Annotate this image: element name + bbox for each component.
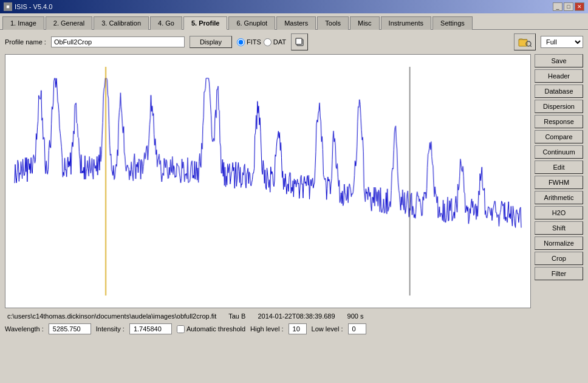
auto-threshold-checkbox[interactable] — [177, 325, 185, 333]
dat-radio[interactable] — [264, 38, 272, 46]
tab-general[interactable]: 2. General — [46, 16, 92, 30]
display-button[interactable]: Display — [190, 36, 232, 48]
response-button[interactable]: Response — [535, 115, 583, 128]
copy-icon-button[interactable] — [291, 33, 308, 50]
status-bar: c:\users\c14thomas.dickinson\documents\a… — [5, 311, 583, 321]
minimize-button[interactable]: _ — [553, 2, 562, 11]
folder-search-button[interactable] — [514, 33, 536, 50]
fwhm-button[interactable]: FWHM — [535, 176, 583, 189]
shift-button[interactable]: Shift — [535, 221, 583, 235]
app-icon: ■ — [4, 2, 12, 11]
save-button[interactable]: Save — [535, 54, 583, 67]
database-button[interactable]: Database — [535, 85, 583, 98]
low-level-value: 0 — [348, 323, 366, 334]
tab-go[interactable]: 4. Go — [150, 16, 182, 30]
auto-threshold-label[interactable]: Automatic threshold — [177, 325, 245, 333]
tab-gnuplot[interactable]: 6. Gnuplot — [228, 16, 275, 30]
wavelength-label: Wavelength : — [5, 325, 44, 333]
file-path: c:\users\c14thomas.dickinson\documents\a… — [7, 312, 216, 320]
svg-rect-1 — [296, 38, 302, 44]
crop-button[interactable]: Crop — [535, 252, 583, 265]
timestamp: 2014-01-22T08:38:39.689 — [258, 312, 335, 320]
chart-area — [5, 54, 531, 308]
toolbar-row: Profile name : Display FITS DAT — [5, 33, 583, 50]
tab-image[interactable]: 1. Image — [2, 16, 44, 30]
tab-profile[interactable]: 5. Profile — [183, 16, 227, 30]
spectrum-chart — [5, 55, 530, 308]
profile-label: Profile name : — [5, 38, 46, 46]
tab-misc[interactable]: Misc — [350, 16, 380, 30]
header-button[interactable]: Header — [535, 69, 583, 83]
fits-radio[interactable] — [237, 38, 245, 46]
exposure: 900 s — [347, 312, 364, 320]
title-bar: ■ ISIS - V5.4.0 _ □ ✕ — [0, 0, 588, 13]
profile-name-input[interactable] — [51, 36, 185, 47]
maximize-button[interactable]: □ — [564, 2, 573, 11]
tab-instruments[interactable]: Instruments — [381, 16, 431, 30]
tab-tools[interactable]: Tools — [317, 16, 349, 30]
tabs-bar: 1. Image 2. General 3. Calibration 4. Go… — [0, 13, 588, 29]
tab-calibration[interactable]: 3. Calibration — [94, 16, 149, 30]
close-button[interactable]: ✕ — [575, 2, 584, 11]
intensity-value: 1.745840 — [129, 323, 172, 334]
h2o-button[interactable]: H2O — [535, 206, 583, 219]
view-dropdown[interactable]: Full Half Quarter — [541, 36, 583, 48]
format-radio-group: FITS DAT — [237, 38, 286, 46]
low-level-label: Low level : — [312, 325, 343, 333]
object-name: Tau B — [228, 312, 245, 320]
content-area: Profile name : Display FITS DAT — [0, 29, 588, 338]
filter-button[interactable]: Filter — [535, 267, 583, 280]
main-layout: Save Header Database Dispersion Response… — [5, 54, 583, 308]
svg-line-4 — [530, 46, 532, 47]
app-title: ISIS - V5.4.0 — [15, 3, 52, 10]
continuum-button[interactable]: Continuum — [535, 145, 583, 159]
info-row: Wavelength : 5285.750 Intensity : 1.7458… — [5, 323, 583, 334]
arithmetic-button[interactable]: Arithmetic — [535, 191, 583, 204]
dispersion-button[interactable]: Dispersion — [535, 100, 583, 113]
right-panel: Save Header Database Dispersion Response… — [535, 54, 583, 308]
wavelength-value: 5285.750 — [49, 323, 91, 334]
tab-masters[interactable]: Masters — [276, 16, 316, 30]
fits-radio-label[interactable]: FITS — [237, 38, 261, 46]
tab-settings[interactable]: Settings — [432, 16, 473, 30]
intensity-label: Intensity : — [96, 325, 125, 333]
high-level-label: High level : — [250, 325, 283, 333]
dat-radio-label[interactable]: DAT — [264, 38, 286, 46]
normalize-button[interactable]: Normalize — [535, 236, 583, 250]
compare-button[interactable]: Compare — [535, 130, 583, 143]
edit-button[interactable]: Edit — [535, 160, 583, 174]
high-level-value: 10 — [289, 323, 307, 334]
